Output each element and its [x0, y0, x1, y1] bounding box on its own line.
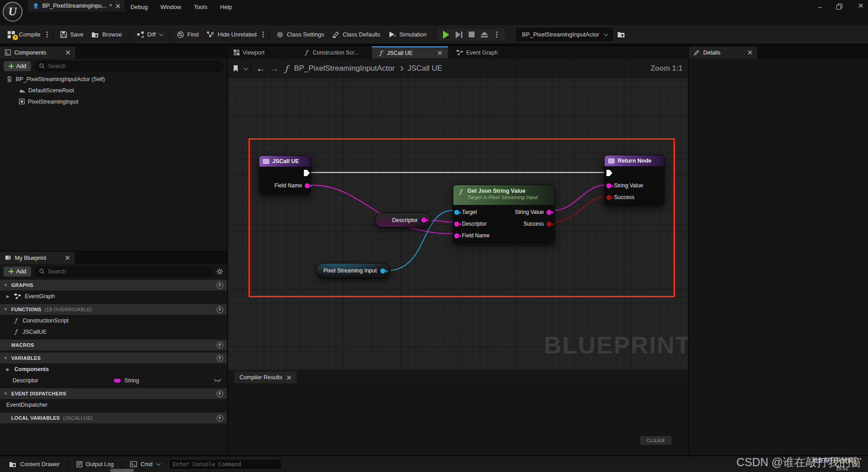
tab-compiler-results[interactable]: Compiler Results	[234, 372, 297, 383]
string-value-input-pin[interactable]	[606, 183, 611, 188]
caret-right-icon[interactable]: ▶	[6, 367, 11, 372]
caret-right-icon[interactable]: ▶	[6, 294, 11, 299]
my-blueprint-tab-close-icon[interactable]	[65, 255, 70, 260]
field-name-input-pin[interactable]	[454, 233, 459, 238]
content-drawer-button[interactable]: Content Drawer	[5, 459, 64, 470]
section-variables[interactable]: ▼ VARIABLES	[0, 353, 227, 363]
components-search-input[interactable]	[48, 63, 219, 69]
eye-closed-icon[interactable]	[214, 378, 222, 383]
menu-debug[interactable]: Debug	[125, 2, 153, 12]
add-component-button[interactable]: Add	[4, 61, 31, 71]
descriptor-input-pin[interactable]	[454, 222, 459, 227]
node-return[interactable]: Return Node String Value Success	[604, 155, 665, 205]
section-event-dispatchers[interactable]: ▼ EVENT DISPATCHERS	[0, 388, 227, 399]
add-variable-icon[interactable]	[217, 355, 223, 362]
row-components-category[interactable]: ▶ Components	[0, 363, 227, 375]
clear-button[interactable]: CLEAR	[640, 436, 672, 445]
node-descriptor-variable[interactable]: Descriptor	[375, 213, 431, 227]
string-output-pin[interactable]	[305, 183, 310, 188]
output-log-button[interactable]: Output Log	[72, 459, 118, 470]
browse-button[interactable]: Browse	[87, 28, 126, 41]
close-icon[interactable]	[858, 3, 864, 9]
component-row-scene-root[interactable]: DefaultSceneRoot	[0, 85, 227, 96]
simulation-button[interactable]: Simulation	[384, 28, 431, 41]
wire-string-value[interactable]	[555, 185, 604, 210]
add-macro-icon[interactable]	[217, 342, 223, 349]
component-row-self[interactable]: BP_PixelStreamingInputActor (Self)	[0, 73, 227, 85]
diff-button[interactable]: Diff	[133, 28, 166, 41]
compile-options-icon[interactable]	[46, 34, 48, 35]
toolbar-options-icon[interactable]	[262, 34, 264, 35]
node-jscall-ue-entry[interactable]: JSCall UE Field Name	[259, 155, 311, 194]
tab-construction-script[interactable]: ƒ Construction Scr...	[297, 46, 364, 59]
jscall-tab-close-icon[interactable]	[437, 50, 442, 55]
eject-icon[interactable]	[481, 32, 488, 37]
exec-input-pin[interactable]	[606, 170, 612, 176]
chevron-down-icon[interactable]	[244, 66, 248, 70]
row-eventgraph[interactable]: ▶ EventGraph	[0, 290, 227, 302]
details-tab-close-icon[interactable]	[747, 50, 752, 55]
play-icon[interactable]	[443, 31, 449, 39]
section-graphs[interactable]: ▼ GRAPHS	[0, 280, 227, 290]
tab-viewport[interactable]: Viewport	[228, 46, 270, 59]
asset-tab[interactable]: BP_PixelStreamingInpu... *	[28, 0, 125, 12]
section-local-variables[interactable]: LOCAL VARIABLES (JSCALLUE)	[0, 413, 227, 423]
string-value-output-pin[interactable]	[547, 210, 552, 215]
components-search[interactable]	[35, 61, 223, 71]
compile-button[interactable]: ? Compile	[4, 28, 45, 41]
breadcrumb-leaf[interactable]: JSCall UE	[407, 64, 442, 73]
menu-window[interactable]: Window	[155, 2, 186, 12]
nav-forward-icon[interactable]: →	[270, 64, 279, 73]
filter-settings-gear-icon[interactable]	[216, 268, 223, 275]
debug-object-dropdown[interactable]: BP_PixelStreamingInputActor	[516, 28, 613, 41]
add-local-variable-icon[interactable]	[217, 415, 223, 422]
success-output-pin[interactable]	[547, 222, 552, 227]
class-defaults-button[interactable]: Class Defaults	[328, 28, 384, 41]
tab-event-graph[interactable]: Event Graph	[451, 46, 504, 59]
tab-my-blueprint[interactable]: My Blueprint	[0, 252, 75, 264]
nav-back-icon[interactable]: ←	[256, 64, 265, 73]
stop-icon[interactable]	[469, 32, 475, 37]
exec-output-pin[interactable]	[304, 170, 310, 176]
my-blueprint-search-input[interactable]	[48, 268, 208, 275]
save-button[interactable]: Save	[56, 28, 88, 41]
tab-jscall-ue[interactable]: ƒ JSCall UE	[372, 46, 448, 59]
minimize-icon[interactable]: –	[815, 3, 825, 10]
target-input-pin[interactable]	[454, 210, 459, 215]
row-variable-descriptor[interactable]: Descriptor String	[0, 375, 227, 386]
frame-skip-icon[interactable]	[456, 31, 462, 38]
asset-tab-close-icon[interactable]	[115, 4, 120, 9]
section-macros[interactable]: MACROS	[0, 340, 227, 350]
compiler-results-close-icon[interactable]	[286, 375, 291, 380]
row-jscallue[interactable]: ƒ JSCallUE	[0, 326, 227, 337]
tab-components[interactable]: Components	[0, 46, 75, 59]
add-event-dispatcher-icon[interactable]	[217, 390, 223, 397]
string-output-pin[interactable]	[421, 218, 426, 222]
bookmark-icon[interactable]	[233, 65, 239, 72]
component-row-pixel-streaming-input[interactable]: PixelStreamingInput	[0, 96, 227, 107]
menu-tools[interactable]: Tools	[188, 2, 212, 12]
hide-unrelated-button[interactable]: Hide Unrelated	[203, 28, 261, 41]
object-output-pin[interactable]	[380, 268, 385, 273]
play-options-icon[interactable]	[496, 34, 497, 35]
row-construction-script[interactable]: ƒ ConstructionScript	[0, 315, 227, 326]
node-get-json-string-value[interactable]: ƒ Get Json String Value Target is Pixel …	[453, 185, 555, 243]
menu-help[interactable]: Help	[215, 2, 238, 12]
tab-details[interactable]: Details	[689, 46, 757, 59]
find-button[interactable]: Find	[173, 28, 203, 41]
add-graph-icon[interactable]	[217, 282, 223, 289]
row-event-dispatcher[interactable]: EventDispatcher	[0, 399, 227, 410]
cmd-dropdown[interactable]: Cmd	[126, 459, 163, 470]
browse-to-object-icon[interactable]	[617, 31, 625, 38]
console-command-input[interactable]	[168, 459, 282, 470]
class-settings-button[interactable]: Class Settings	[272, 28, 328, 41]
restore-icon[interactable]	[836, 4, 846, 9]
components-tab-close-icon[interactable]	[65, 50, 70, 55]
breadcrumb-root[interactable]: BP_PixelStreamingInputActor	[294, 64, 395, 73]
section-functions[interactable]: ▼ FUNCTIONS (18 OVERRIDABLE)	[0, 304, 227, 315]
add-function-icon[interactable]	[217, 306, 223, 313]
node-pixel-streaming-input-variable[interactable]: Pixel Streaming Input	[316, 263, 390, 278]
add-blueprint-item-button[interactable]: Add	[4, 267, 31, 277]
scrollbar-thumb[interactable]	[110, 469, 134, 472]
my-blueprint-search[interactable]	[35, 267, 212, 277]
